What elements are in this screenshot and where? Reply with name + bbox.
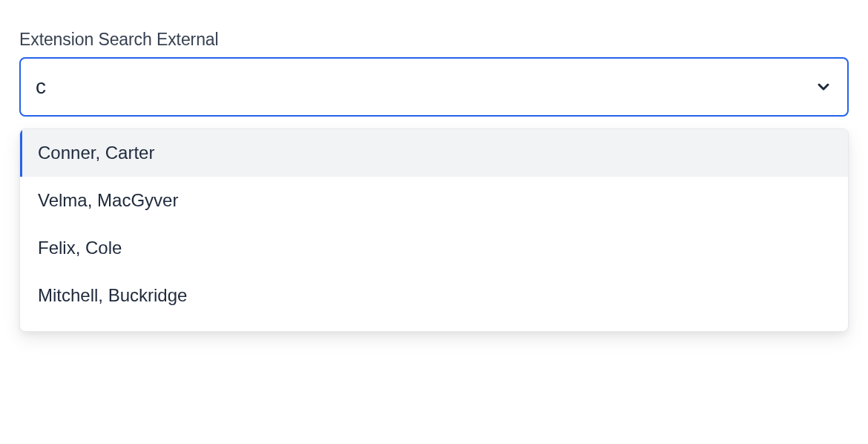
dropdown-list: Conner, CarterVelma, MacGyverFelix, Cole… [19, 128, 849, 332]
dropdown-option[interactable]: Conner, Carter [20, 129, 848, 177]
dropdown-option[interactable]: Mitchell, Buckridge [20, 272, 848, 319]
dropdown-option[interactable]: Felix, Cole [20, 224, 848, 272]
chevron-down-icon[interactable] [815, 78, 832, 96]
combobox: Conner, CarterVelma, MacGyverFelix, Cole… [19, 57, 849, 332]
search-input[interactable] [36, 75, 815, 99]
combobox-input-wrapper[interactable] [19, 57, 849, 117]
field-label: Extension Search External [19, 30, 849, 50]
dropdown-option[interactable]: Velma, MacGyver [20, 177, 848, 224]
